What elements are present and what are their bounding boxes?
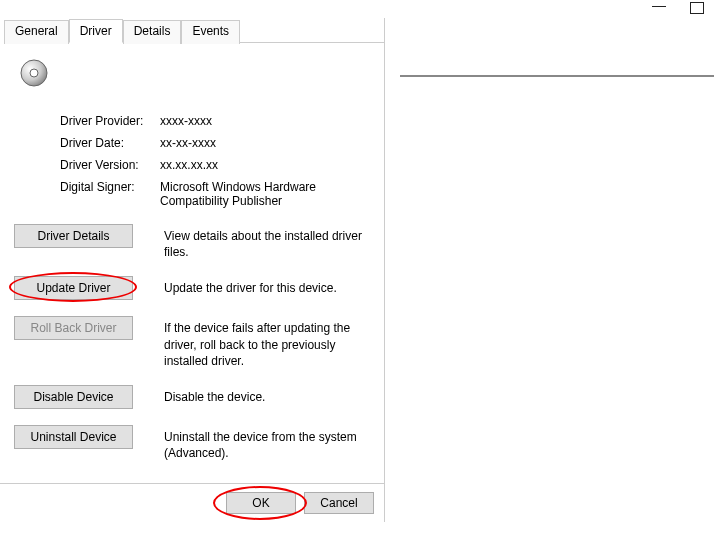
driver-version-label: Driver Version: [60,158,160,172]
driver-date-label: Driver Date: [60,136,160,150]
update-driver-button[interactable]: Update Driver [14,276,133,300]
tab-driver[interactable]: Driver [69,19,123,43]
tab-events[interactable]: Events [181,20,240,44]
digital-signer-value: Microsoft Windows Hardware Compatibility… [160,180,370,208]
driver-info: Driver Provider: xxxx-xxxx Driver Date: … [60,114,370,208]
separator [400,75,714,77]
digital-signer-label: Digital Signer: [60,180,160,194]
tab-bar: General Driver Details Events [4,18,384,43]
driver-date-value: xx-xx-xxxx [160,136,370,150]
driver-details-desc: View details about the installed driver … [164,224,370,260]
roll-back-driver-desc: If the device fails after updating the d… [164,316,370,369]
disable-device-button[interactable]: Disable Device [14,385,133,409]
device-icon [18,57,50,89]
uninstall-device-desc: Uninstall the device from the system (Ad… [164,425,370,461]
driver-details-button[interactable]: Driver Details [14,224,133,248]
roll-back-driver-button: Roll Back Driver [14,316,133,340]
svg-point-1 [30,69,38,77]
tab-details[interactable]: Details [123,20,182,44]
minimize-icon[interactable] [652,6,666,7]
update-driver-desc: Update the driver for this device. [164,276,370,296]
device-header [14,57,370,92]
driver-properties-dialog: General Driver Details Events [0,18,385,522]
uninstall-device-button[interactable]: Uninstall Device [14,425,133,449]
driver-provider-label: Driver Provider: [60,114,160,128]
driver-tab-content: Driver Provider: xxxx-xxxx Driver Date: … [0,43,384,483]
dialog-footer: OK Cancel [0,483,384,522]
tab-general[interactable]: General [4,20,69,44]
cancel-button[interactable]: Cancel [304,492,374,514]
disable-device-desc: Disable the device. [164,385,370,405]
driver-version-value: xx.xx.xx.xx [160,158,370,172]
driver-provider-value: xxxx-xxxx [160,114,370,128]
ok-button[interactable]: OK [226,492,296,514]
maximize-icon[interactable] [690,2,704,14]
